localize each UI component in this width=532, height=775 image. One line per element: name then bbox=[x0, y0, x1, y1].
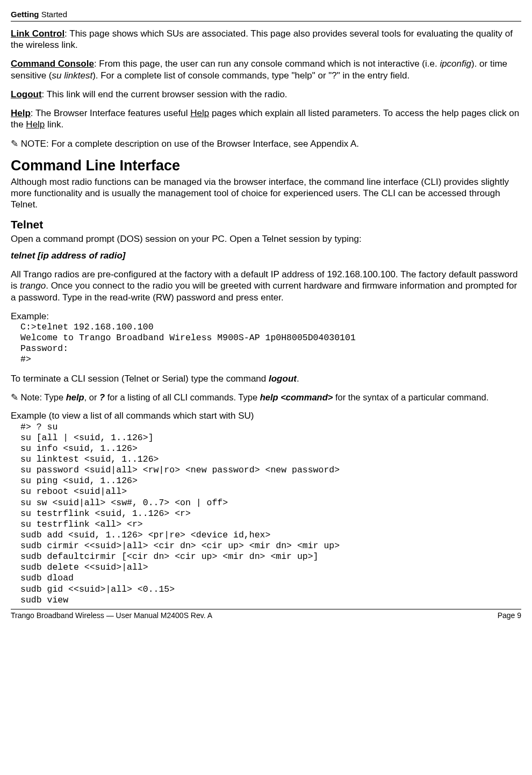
note-appendix: ✎ NOTE: For a complete description on us… bbox=[11, 138, 521, 149]
cli-heading: Command Line Interface bbox=[11, 157, 521, 175]
help-section: Help: The Browser Interface features use… bbox=[11, 107, 521, 131]
page-footer: Trango Broadband Wireless — User Manual … bbox=[11, 609, 521, 621]
link-control-text: : This page shows which SUs are associat… bbox=[11, 28, 513, 50]
telnet-description: All Trango radios are pre-configured at … bbox=[11, 269, 521, 303]
footer-left: Trango Broadband Wireless — User Manual … bbox=[11, 611, 212, 621]
link-control-section: Link Control: This page shows which SUs … bbox=[11, 28, 521, 51]
command-console-section: Command Console: From this page, the use… bbox=[11, 58, 521, 81]
telnet-heading: Telnet bbox=[11, 218, 521, 232]
footer-right: Page 9 bbox=[498, 611, 521, 621]
header-bold: Getting bbox=[11, 10, 39, 19]
cli-paragraph: Although most radio functions can be man… bbox=[11, 176, 521, 211]
header-rest: Started bbox=[39, 10, 68, 19]
telnet-paragraph: Open a command prompt (DOS) session on y… bbox=[11, 233, 521, 245]
terminate-paragraph: To terminate a CLI session (Telnet or Se… bbox=[11, 373, 521, 384]
logout-label: Logout bbox=[11, 89, 42, 99]
note-help: ✎ Note: Type help, or ? for a listing of… bbox=[11, 392, 521, 403]
example-label: Example: bbox=[11, 311, 521, 322]
help-label: Help bbox=[11, 108, 31, 118]
page-header: Getting Started bbox=[11, 10, 521, 21]
example2-code: #> ? su su [all | <suid, 1..126>] su inf… bbox=[20, 422, 521, 606]
example2-label: Example (to view a list of all commands … bbox=[11, 410, 521, 421]
link-control-label: Link Control bbox=[11, 28, 64, 39]
logout-section: Logout: This link will end the current b… bbox=[11, 89, 521, 100]
command-console-label: Command Console bbox=[11, 59, 94, 69]
telnet-command: telnet [ip address of radio] bbox=[11, 250, 521, 261]
example-code: C:>telnet 192.168.100.100 Welcome to Tra… bbox=[20, 322, 521, 365]
